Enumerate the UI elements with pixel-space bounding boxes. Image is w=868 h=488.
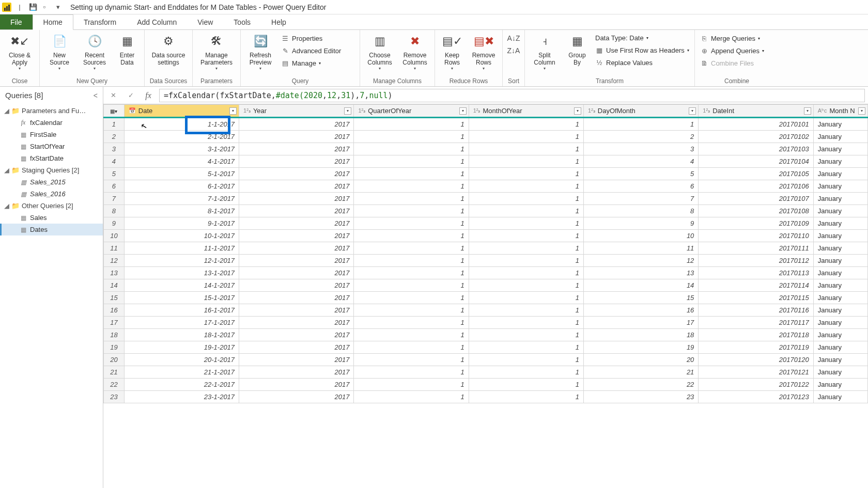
row-number[interactable]: 5 — [104, 168, 125, 180]
table-row[interactable]: 2222-1-20172017112220170122January — [104, 379, 868, 391]
collapse-pane-icon[interactable]: < — [94, 91, 98, 100]
cell-dayofmonth[interactable]: 20 — [584, 354, 699, 366]
row-number[interactable]: 22 — [104, 379, 125, 391]
first-row-headers-button[interactable]: ▦Use First Row as Headers ▾ — [593, 45, 691, 55]
column-header-year[interactable]: 1²₃Year▾ — [239, 105, 354, 118]
options-icon[interactable]: ▫ — [39, 2, 50, 12]
cell-dateint[interactable]: 20170123 — [699, 391, 813, 403]
tab-add-column[interactable]: Add Column — [127, 14, 187, 29]
query-item-sales[interactable]: ▦Sales — [0, 212, 103, 224]
manage-parameters-button[interactable]: 🛠Manage Parameters▾ — [196, 31, 237, 71]
cell-date[interactable]: 14-1-2017 — [124, 279, 239, 292]
cell-dayofmonth[interactable]: 17 — [584, 317, 699, 329]
save-icon[interactable]: 💾 — [28, 2, 38, 12]
table-row[interactable]: 1717-1-20172017111720170117January — [104, 317, 868, 329]
query-item-sales_2016[interactable]: ▦Sales_2016 — [0, 188, 103, 200]
row-number[interactable]: 11 — [104, 242, 125, 255]
cell-date[interactable]: 23-1-2017 — [124, 391, 239, 403]
cell-dayofmonth[interactable]: 10 — [584, 230, 699, 242]
cell-quarterofyear[interactable]: 1 — [354, 391, 469, 403]
cell-dayofmonth[interactable]: 19 — [584, 341, 699, 354]
cell-dayofmonth[interactable]: 3 — [584, 143, 699, 155]
cell-monthofyear[interactable]: 1 — [469, 168, 583, 180]
cell-dayofmonth[interactable]: 23 — [584, 391, 699, 403]
cell-year[interactable]: 2017 — [239, 193, 354, 205]
cell-dateint[interactable]: 20170119 — [699, 341, 813, 354]
cell-dayofmonth[interactable]: 12 — [584, 255, 699, 267]
cell-quarterofyear[interactable]: 1 — [354, 366, 469, 379]
table-row[interactable]: 55-1-2017201711520170105January — [104, 168, 868, 180]
cell-year[interactable]: 2017 — [239, 217, 354, 230]
table-row[interactable]: 77-1-2017201711720170107January — [104, 193, 868, 205]
cell-monthofyear[interactable]: 1 — [469, 329, 583, 341]
recent-sources-button[interactable]: 🕓Recent Sources▾ — [78, 31, 111, 71]
cell-quarterofyear[interactable]: 1 — [354, 279, 469, 292]
cell-dateint[interactable]: 20170122 — [699, 379, 813, 391]
row-number[interactable]: 10 — [104, 230, 125, 242]
cell-year[interactable]: 2017 — [239, 329, 354, 341]
cell-monthn[interactable]: January — [813, 354, 867, 366]
table-row[interactable]: 11-1-2017↖201711120170101January — [104, 118, 868, 131]
data-source-settings-button[interactable]: ⚙Data source settings — [148, 31, 189, 66]
cell-monthn[interactable]: January — [813, 217, 867, 230]
cell-dateint[interactable]: 20170112 — [699, 255, 813, 267]
cell-monthn[interactable]: January — [813, 168, 867, 180]
cell-year[interactable]: 2017 — [239, 168, 354, 180]
table-row[interactable]: 2121-1-20172017112120170121January — [104, 366, 868, 379]
tab-help[interactable]: Help — [261, 14, 297, 29]
cancel-formula-button[interactable]: ✕ — [106, 89, 120, 102]
cell-date[interactable]: 20-1-2017 — [124, 354, 239, 366]
cell-monthofyear[interactable]: 1 — [469, 341, 583, 354]
cell-date[interactable]: 17-1-2017 — [124, 317, 239, 329]
cell-dayofmonth[interactable]: 6 — [584, 180, 699, 193]
cell-dayofmonth[interactable]: 18 — [584, 329, 699, 341]
cell-monthn[interactable]: January — [813, 366, 867, 379]
cell-monthn[interactable]: January — [813, 193, 867, 205]
table-row[interactable]: 99-1-2017201711920170109January — [104, 217, 868, 230]
cell-monthofyear[interactable]: 1 — [469, 279, 583, 292]
cell-monthofyear[interactable]: 1 — [469, 230, 583, 242]
column-header-dateint[interactable]: 1²₃DateInt▾ — [699, 105, 813, 118]
append-queries-button[interactable]: ⊕Append Queries ▾ — [698, 45, 776, 56]
cell-date[interactable]: 1-1-2017↖ — [124, 118, 239, 131]
cell-year[interactable]: 2017 — [239, 341, 354, 354]
keep-rows-button[interactable]: ▤✓Keep Rows▾ — [438, 31, 466, 71]
cell-monthn[interactable]: January — [813, 329, 867, 341]
cell-date[interactable]: 18-1-2017 — [124, 329, 239, 341]
sort-asc-button[interactable]: A↓Z — [507, 34, 520, 42]
data-grid[interactable]: ▦▾📅Date▾1²₃Year▾1²₃QuarterOfYear▾1²₃Mont… — [103, 104, 868, 488]
accept-formula-button[interactable]: ✓ — [124, 89, 137, 102]
cell-date[interactable]: 15-1-2017 — [124, 292, 239, 304]
merge-queries-button[interactable]: ⎘Merge Queries ▾ — [698, 33, 776, 43]
filter-dropdown-icon[interactable]: ▾ — [858, 107, 865, 115]
cell-monthn[interactable]: January — [813, 131, 867, 143]
row-number[interactable]: 13 — [104, 267, 125, 279]
cell-monthn[interactable]: January — [813, 304, 867, 317]
cell-dateint[interactable]: 20170116 — [699, 304, 813, 317]
cell-monthn[interactable]: January — [813, 205, 867, 217]
cell-quarterofyear[interactable]: 1 — [354, 168, 469, 180]
row-number[interactable]: 19 — [104, 341, 125, 354]
cell-monthn[interactable]: January — [813, 255, 867, 267]
cell-date[interactable]: 19-1-2017 — [124, 341, 239, 354]
cell-monthofyear[interactable]: 1 — [469, 131, 583, 143]
cell-year[interactable]: 2017 — [239, 205, 354, 217]
cell-date[interactable]: 8-1-2017 — [124, 205, 239, 217]
cell-monthofyear[interactable]: 1 — [469, 317, 583, 329]
cell-year[interactable]: 2017 — [239, 317, 354, 329]
cell-date[interactable]: 5-1-2017 — [124, 168, 239, 180]
cell-monthn[interactable]: January — [813, 341, 867, 354]
cell-quarterofyear[interactable]: 1 — [354, 304, 469, 317]
enter-data-button[interactable]: ▦Enter Data — [113, 31, 141, 66]
row-number[interactable]: 16 — [104, 304, 125, 317]
row-number[interactable]: 8 — [104, 205, 125, 217]
cell-dateint[interactable]: 20170105 — [699, 168, 813, 180]
table-row[interactable]: 1919-1-20172017111920170119January — [104, 341, 868, 354]
filter-dropdown-icon[interactable]: ▾ — [229, 107, 237, 115]
cell-monthofyear[interactable]: 1 — [469, 155, 583, 168]
cell-dayofmonth[interactable]: 15 — [584, 292, 699, 304]
cell-year[interactable]: 2017 — [239, 155, 354, 168]
advanced-editor-button[interactable]: ✎Advanced Editor — [279, 45, 357, 56]
table-row[interactable]: 88-1-2017201711820170108January — [104, 205, 868, 217]
cell-year[interactable]: 2017 — [239, 230, 354, 242]
